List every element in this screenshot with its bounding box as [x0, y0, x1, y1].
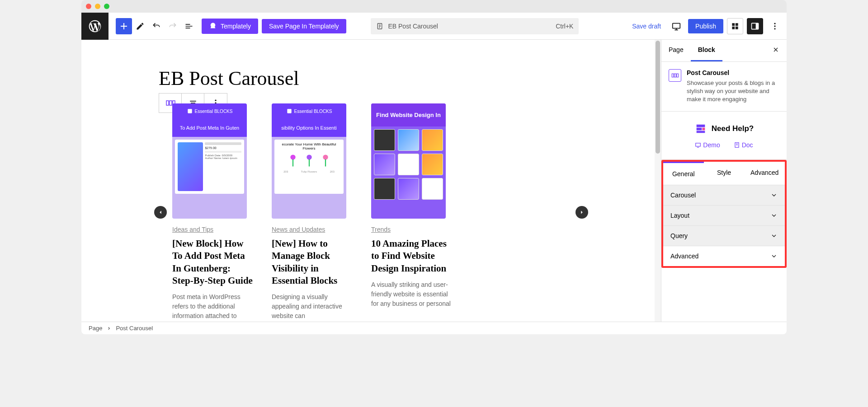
card-title: [New Block] How To Add Post Meta In Gute… — [172, 238, 254, 287]
publish-button[interactable]: Publish — [688, 19, 723, 33]
add-block-button[interactable] — [116, 18, 132, 34]
chevron-down-icon — [770, 253, 778, 260]
save-draft-button[interactable]: Save draft — [628, 20, 665, 33]
settings-sidebar: Page Block Post Carousel Showcase your p… — [661, 40, 787, 322]
svg-point-4 — [774, 23, 775, 24]
editor-topbar: Templately Save Page In Templately EB Po… — [81, 13, 787, 40]
sidebar-tabs: Page Block — [661, 40, 787, 62]
demo-label: Demo — [703, 141, 720, 149]
card-category[interactable]: Ideas and Tips — [172, 226, 254, 233]
card-badge: Essential BLOCKS — [195, 109, 233, 114]
chevron-right-icon — [107, 326, 111, 331]
doc-link[interactable]: Doc — [734, 141, 753, 149]
block-info-panel: Post Carousel Showcase your posts & blog… — [661, 62, 787, 112]
svg-rect-1 — [673, 23, 680, 28]
thumb-title: ecorate Your Home With Beautiful Flowers — [277, 142, 341, 150]
editor-canvas[interactable]: EB Post Carousel — [81, 40, 661, 322]
app-window: Templately Save Page In Templately EB Po… — [81, 0, 787, 334]
save-page-templately-button[interactable]: Save Page In Templately — [262, 19, 346, 33]
tab-block[interactable]: Block — [691, 40, 722, 61]
svg-rect-3 — [756, 23, 759, 29]
doc-title-text: EB Post Carousel — [388, 23, 438, 30]
breadcrumb: Page Post Carousel — [81, 322, 787, 334]
wordpress-logo[interactable] — [81, 13, 108, 40]
eb-logo-icon — [694, 122, 707, 135]
carousel-card[interactable]: Essential BLOCKS sibility Options In Ess… — [272, 103, 353, 321]
doc-label: Doc — [742, 141, 753, 149]
more-options-button[interactable] — [767, 18, 783, 34]
document-overview-button[interactable] — [181, 18, 197, 34]
inner-tabs: General Style Advanced — [663, 162, 785, 185]
accordion-advanced[interactable]: Advanced — [663, 246, 785, 266]
breadcrumb-page[interactable]: Page — [89, 325, 102, 332]
accordion-label: Carousel — [670, 192, 696, 199]
card-category[interactable]: Trends — [371, 226, 453, 233]
maximize-window-icon[interactable] — [104, 4, 109, 9]
close-window-icon[interactable] — [86, 4, 91, 9]
svg-point-6 — [774, 28, 775, 29]
card-header-text: sibility Options In Essenti — [272, 119, 346, 137]
svg-rect-18 — [308, 159, 309, 167]
svg-point-19 — [323, 154, 328, 159]
tab-style[interactable]: Style — [704, 162, 745, 185]
publish-label: Publish — [695, 23, 716, 30]
svg-point-10 — [215, 100, 216, 101]
demo-link[interactable]: Demo — [695, 141, 720, 149]
accordion-layout[interactable]: Layout — [663, 206, 785, 226]
svg-rect-23 — [677, 74, 679, 77]
svg-rect-24 — [696, 143, 701, 146]
window-titlebar — [81, 0, 787, 13]
redo-button[interactable] — [165, 18, 181, 34]
card-header-text: Find Website Design In — [371, 103, 446, 126]
svg-rect-22 — [675, 74, 676, 77]
carousel-next-button[interactable] — [576, 206, 588, 219]
svg-rect-16 — [292, 159, 293, 167]
accordion-carousel[interactable]: Carousel — [663, 185, 785, 206]
carousel-card[interactable]: Essential BLOCKS To Add Post Meta In Gut… — [172, 103, 254, 321]
breadcrumb-block[interactable]: Post Carousel — [116, 325, 153, 332]
edit-tool-button[interactable] — [132, 18, 148, 34]
svg-rect-21 — [672, 74, 674, 77]
save-tpl-label: Save Page In Templately — [269, 23, 339, 30]
carousel-prev-button[interactable] — [154, 206, 167, 219]
document-icon — [376, 23, 383, 30]
tab-general[interactable]: General — [663, 162, 704, 185]
settings-sidebar-button[interactable] — [747, 18, 763, 34]
card-description: Designing a visually appealing and inter… — [272, 292, 353, 321]
svg-rect-20 — [325, 159, 326, 167]
chevron-down-icon — [770, 212, 778, 219]
preview-button[interactable] — [668, 18, 684, 34]
block-description: Showcase your posts & blogs in a stylish… — [687, 79, 779, 104]
document-search[interactable]: EB Post Carousel Ctrl+K — [371, 18, 579, 34]
main-area: EB Post Carousel — [81, 40, 787, 322]
undo-button[interactable] — [148, 18, 165, 34]
accordion-query[interactable]: Query — [663, 226, 785, 246]
help-title: Need Help? — [712, 124, 754, 133]
essential-blocks-button[interactable] — [727, 18, 743, 34]
card-header-text: To Add Post Meta In Guten — [172, 119, 247, 137]
card-badge: Essential BLOCKS — [294, 109, 332, 114]
card-category[interactable]: News and Updates — [272, 226, 353, 233]
scrollbar[interactable] — [655, 40, 661, 322]
accordion-label: Advanced — [670, 253, 698, 260]
accordion-label: Layout — [670, 212, 689, 219]
card-title: 10 Amazing Places to Find Website Design… — [371, 238, 453, 275]
minimize-window-icon[interactable] — [95, 4, 100, 9]
close-sidebar-button[interactable] — [765, 40, 787, 61]
tab-page[interactable]: Page — [661, 40, 691, 61]
svg-rect-13 — [188, 109, 192, 113]
svg-point-5 — [774, 25, 775, 27]
block-name: Post Carousel — [687, 69, 779, 76]
templately-button[interactable]: Templately — [202, 19, 258, 34]
templately-label: Templately — [221, 23, 251, 30]
tab-advanced[interactable]: Advanced — [744, 162, 785, 185]
post-carousel-block[interactable]: Essential BLOCKS To Add Post Meta In Gut… — [154, 103, 588, 321]
svg-rect-14 — [287, 109, 291, 113]
shortcut-hint: Ctrl+K — [556, 23, 573, 30]
card-description: Post meta in WordPress refers to the add… — [172, 292, 254, 321]
page-title[interactable]: EB Post Carousel — [159, 67, 593, 90]
card-title: [New] How to Manage Block Visibility in … — [272, 238, 353, 287]
carousel-card[interactable]: Find Website Design In Trends 10 Amazing… — [371, 103, 453, 321]
post-carousel-icon — [669, 69, 681, 82]
chevron-down-icon — [770, 192, 778, 199]
